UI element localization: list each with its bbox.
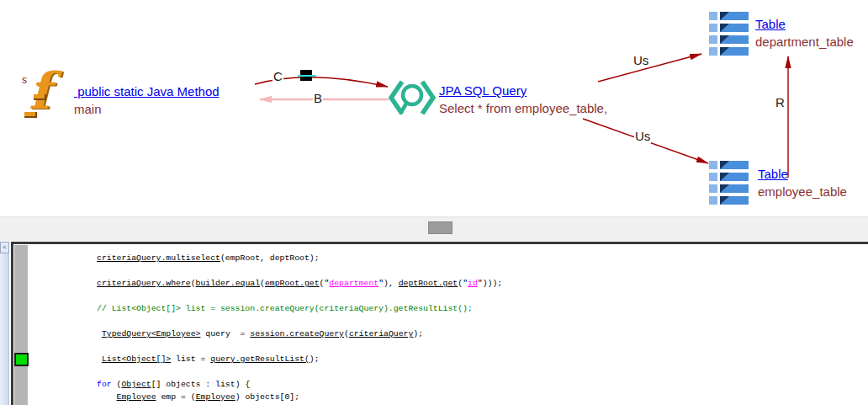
code-token: (" [458,279,468,288]
java-method-name: main [74,102,220,117]
code-token: (" [320,279,330,288]
code-line [97,290,868,302]
code-link[interactable]: builder.equal [196,279,260,288]
java-method-link[interactable]: public static Java Method [74,84,220,99]
visual-expert-window: C B Us Us R s f public static Java Metho… [0,0,868,405]
f-crossbar-top [34,94,46,100]
dependency-diagram: C B Us Us R s f public static Java Metho… [0,0,868,216]
code-token: "), [378,279,399,288]
jpa-query-link[interactable]: JPA SQL Query [439,83,607,99]
employee-table-name: employee_table [758,184,847,200]
code-panel: < criteriaQuery.multiselect(empRoot, dep… [0,241,868,405]
code-line: TypedQuery<Employee> query = session.cre… [97,328,868,340]
department-table-icon[interactable] [709,12,749,56]
code-token: ); [413,329,423,338]
function-f-glyph: f [29,64,50,118]
code-link[interactable]: session.createQuery [250,329,344,338]
code-line: criteriaQuery.multiselect(empRoot, deptR… [97,252,868,264]
jpa-query-node: JPA SQL Query Select * from employee_tab… [439,83,607,116]
code-token: emp = ( [156,392,196,402]
code-token: (empRoot, deptRoot); [220,253,320,263]
f-crossbar-bottom [24,112,37,118]
code-comment: // List<Object[]> list = session.createQ… [97,304,473,313]
code-string-link[interactable]: id [468,279,478,288]
code-link[interactable]: Object [121,380,151,389]
code-link[interactable]: query.getResultList( [210,354,310,364]
static-badge: s [22,74,27,86]
code-link[interactable]: deptRoot.get [399,279,458,288]
java-method-node: public static Java Method main [74,84,220,117]
code-link[interactable]: Employee [196,392,236,402]
code-token: query = [200,329,250,338]
edge-label-c[interactable]: C [273,70,283,83]
code-frame: criteriaQuery.multiselect(empRoot, deptR… [11,242,868,405]
code-line [97,340,868,353]
edge-label-us-top[interactable]: Us [632,54,649,67]
code-link[interactable]: criteriaQuery.multiselect [97,253,220,263]
code-token: "))); [478,279,502,288]
collapse-strip[interactable]: < [0,242,9,405]
code-view[interactable]: criteriaQuery.multiselect(empRoot, deptR… [97,252,868,405]
collapse-left-icon[interactable]: < [0,242,9,253]
splitter-handle[interactable] [428,221,453,234]
current-line-marker [14,353,29,366]
code-line [97,315,868,328]
code-gutter [14,245,28,405]
code-link[interactable]: Employee [117,392,156,402]
code-string-link[interactable]: department [329,279,378,288]
code-line: List<Object[]> list = query.getResultLis… [97,353,868,365]
edge-label-b[interactable]: B [313,92,323,105]
code-line: criteriaQuery.where(builder.equal(empRoo… [97,277,868,290]
java-static-method-icon[interactable]: s f [20,72,74,126]
code-link[interactable]: criteriaQuery.where [97,279,191,288]
code-keyword: for [97,380,112,389]
employee-table-link[interactable]: Table [758,167,847,182]
code-token [97,392,117,402]
edge-label-us-bottom[interactable]: Us [634,130,651,143]
edge-label-r[interactable]: R [775,96,786,109]
department-table-node: Table department_table [755,17,854,50]
splitter-bar[interactable] [0,216,868,242]
code-token: ) objects[0]; [236,392,299,402]
code-line: // List<Object[]> list = session.createQ… [97,302,868,315]
code-token: ( [112,380,122,389]
code-link[interactable]: List<Object[]> [102,354,171,364]
employee-table-icon[interactable] [709,161,749,205]
code-token: list = [171,354,210,364]
code-line: for (Object[] objects : list) { [97,378,868,391]
department-table-name: department_table [755,35,854,50]
employee-table-node: Table employee_table [758,167,847,200]
department-table-link[interactable]: Table [755,17,854,32]
jpa-query-sql-text: Select * from employee_table, [439,101,607,116]
code-line [97,365,868,378]
code-line: Employee emp = (Employee) objects[0]; [97,391,868,403]
edge-us-top-arrow[interactable] [598,54,701,82]
code-token: ); [310,354,320,364]
code-link[interactable]: empRoot.get [265,279,320,288]
code-link[interactable]: TypedQuery<Employee> [102,329,201,338]
code-token: [] objects : list) { [151,380,251,389]
code-line [97,264,868,277]
jpa-query-icon[interactable] [388,76,437,121]
code-link[interactable]: criteriaQuery [349,329,413,338]
